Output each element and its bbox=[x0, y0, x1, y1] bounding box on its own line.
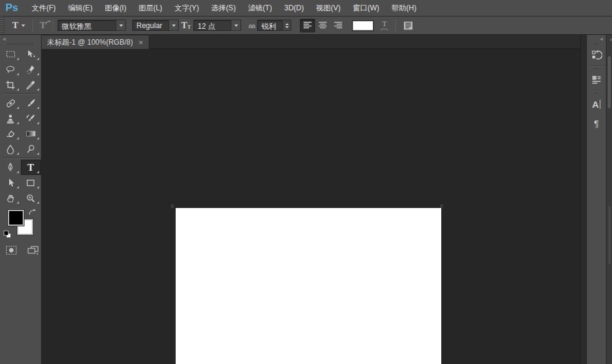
panels-icon bbox=[403, 21, 414, 31]
text-orientation-toggle[interactable]: T bbox=[37, 20, 48, 31]
menu-bar: Ps 文件(F) 编辑(E) 图像(I) 图层(L) 文字(Y) 选择(S) 滤… bbox=[0, 0, 612, 17]
swap-colors-button[interactable] bbox=[28, 209, 36, 216]
gradient-tool[interactable] bbox=[21, 126, 41, 141]
align-center-button[interactable] bbox=[315, 19, 330, 32]
crop-icon bbox=[6, 80, 15, 90]
quick-selection-tool[interactable] bbox=[21, 62, 41, 77]
toggle-character-paragraph-panels-button[interactable] bbox=[400, 20, 416, 32]
move-tool[interactable] bbox=[21, 46, 41, 62]
options-bar-grip[interactable] bbox=[0, 17, 4, 34]
clone-stamp-icon bbox=[6, 114, 15, 124]
menu-help[interactable]: 帮助(H) bbox=[386, 0, 423, 16]
text-alignment-group bbox=[300, 19, 346, 32]
menu-view[interactable]: 视图(V) bbox=[310, 0, 346, 16]
tool-group-separator bbox=[3, 93, 39, 95]
font-size-select[interactable]: 12 点 bbox=[193, 20, 241, 31]
lasso-tool[interactable] bbox=[1, 62, 21, 77]
type-tool-icon: T bbox=[28, 163, 34, 173]
menu-select[interactable]: 选择(S) bbox=[205, 0, 242, 16]
pen-tool[interactable] bbox=[1, 160, 21, 175]
menu-file[interactable]: 文件(F) bbox=[26, 0, 62, 16]
blur-tool[interactable] bbox=[1, 141, 21, 157]
chevron-down-icon bbox=[285, 26, 289, 28]
hand-tool[interactable] bbox=[1, 190, 21, 206]
anti-alias-value: 锐利 bbox=[258, 20, 282, 31]
panel-group-separator bbox=[589, 90, 604, 91]
type-tool-icon: T bbox=[12, 21, 18, 30]
toolbox: « bbox=[0, 35, 42, 364]
align-left-icon bbox=[303, 21, 312, 29]
menu-layer[interactable]: 图层(L) bbox=[132, 0, 168, 16]
font-family-select[interactable]: 微软雅黑 bbox=[58, 20, 126, 31]
type-tool[interactable]: T bbox=[21, 160, 41, 175]
document-title: 未标题-1 @ 100%(RGB/8) bbox=[47, 37, 133, 48]
lasso-icon bbox=[6, 65, 15, 74]
eyedropper-tool[interactable] bbox=[21, 77, 41, 92]
warp-text-icon: T bbox=[382, 20, 387, 28]
scrollbar-thumb[interactable] bbox=[608, 56, 611, 108]
tool-group-separator bbox=[3, 157, 39, 159]
foreground-color-swatch[interactable] bbox=[8, 210, 24, 226]
warp-text-button[interactable]: T bbox=[378, 19, 391, 32]
adjustments-panel-button[interactable] bbox=[588, 71, 605, 88]
quick-mask-button[interactable] bbox=[6, 245, 17, 255]
font-size-icon: TT bbox=[181, 21, 191, 30]
panels-dock-collapse-button[interactable]: « bbox=[587, 35, 606, 43]
anti-alias-select[interactable]: 锐利 bbox=[257, 20, 291, 31]
font-style-select[interactable]: Regular bbox=[132, 20, 179, 31]
font-size-dropdown-button[interactable] bbox=[231, 20, 241, 31]
menu-edit[interactable]: 编辑(E) bbox=[62, 0, 99, 16]
anti-alias-spinner[interactable] bbox=[282, 20, 291, 31]
default-colors-button[interactable] bbox=[4, 231, 11, 238]
clone-stamp-tool[interactable] bbox=[1, 111, 21, 126]
crop-tool[interactable] bbox=[1, 77, 21, 92]
toolbox-collapse-button[interactable]: « bbox=[0, 35, 41, 43]
paragraph-panel-button[interactable]: ¶ bbox=[588, 114, 605, 132]
history-panel-button[interactable] bbox=[588, 46, 605, 64]
rectangular-marquee-tool[interactable] bbox=[1, 46, 21, 62]
align-right-icon bbox=[334, 21, 343, 29]
brush-tool[interactable] bbox=[21, 95, 41, 111]
rectangle-icon bbox=[26, 179, 35, 187]
tool-buttons: T bbox=[0, 46, 41, 206]
dock-gap bbox=[580, 35, 586, 364]
toolbox-bottom-buttons bbox=[0, 239, 41, 255]
document-tab[interactable]: 未标题-1 @ 100%(RGB/8) × bbox=[42, 35, 149, 49]
close-tab-button[interactable]: × bbox=[138, 39, 143, 46]
menu-image[interactable]: 图像(I) bbox=[99, 0, 132, 16]
collapse-arrows-icon: ‹ bbox=[610, 37, 611, 43]
font-family-dropdown-button[interactable] bbox=[116, 20, 125, 31]
spot-healing-brush-tool[interactable] bbox=[1, 95, 21, 111]
tool-preset-picker[interactable]: T bbox=[9, 20, 28, 31]
zoom-icon bbox=[26, 193, 35, 203]
panel-group-separator bbox=[589, 65, 604, 67]
menu-window[interactable]: 窗口(W) bbox=[346, 0, 385, 16]
path-selection-tool[interactable] bbox=[1, 175, 21, 190]
text-color-swatch[interactable] bbox=[352, 20, 374, 31]
align-left-button[interactable] bbox=[300, 19, 315, 32]
rectangle-tool[interactable] bbox=[21, 175, 41, 190]
eraser-tool[interactable] bbox=[1, 126, 21, 141]
panel-grip bbox=[594, 68, 599, 69]
screen-mode-button[interactable] bbox=[27, 245, 39, 255]
document-canvas[interactable] bbox=[176, 208, 441, 364]
scrollbar-thumb[interactable] bbox=[608, 206, 611, 264]
history-brush-tool[interactable] bbox=[21, 111, 41, 126]
chevron-down-icon bbox=[172, 24, 176, 27]
dodge-tool[interactable] bbox=[21, 141, 41, 157]
menu-type[interactable]: 文字(Y) bbox=[168, 0, 205, 16]
menu-filter[interactable]: 滤镜(T) bbox=[242, 0, 278, 16]
pen-icon bbox=[6, 163, 15, 173]
history-panel-icon bbox=[591, 50, 602, 61]
screen-mode-icon bbox=[27, 245, 39, 255]
healing-brush-icon bbox=[6, 98, 16, 108]
canvas-pasteboard[interactable] bbox=[42, 49, 580, 364]
separator bbox=[32, 20, 33, 32]
zoom-tool[interactable] bbox=[21, 190, 41, 206]
separator bbox=[53, 20, 53, 32]
canvas-corner-mark bbox=[171, 204, 174, 208]
align-right-button[interactable] bbox=[330, 19, 346, 32]
font-style-dropdown-button[interactable] bbox=[168, 20, 178, 31]
menu-3d[interactable]: 3D(D) bbox=[278, 0, 310, 16]
character-panel-button[interactable]: A bbox=[588, 95, 605, 113]
